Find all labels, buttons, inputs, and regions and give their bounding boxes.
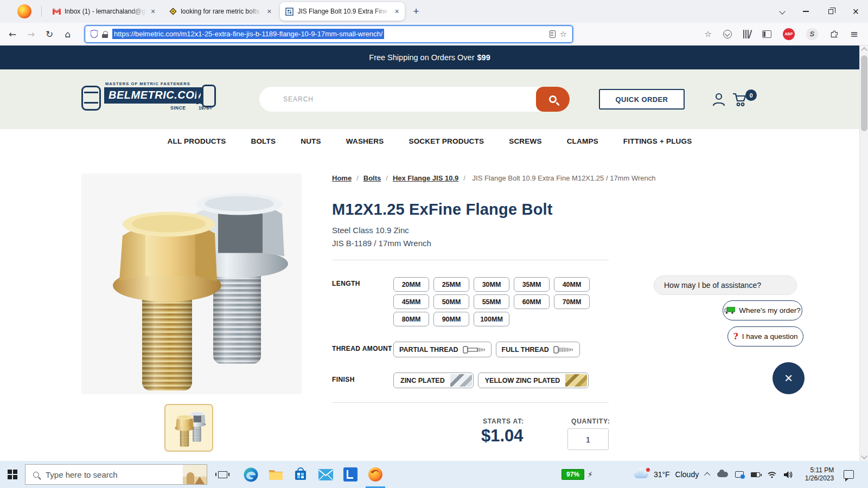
reader-mode-icon[interactable]	[550, 30, 556, 38]
taskbar-mail[interactable]	[313, 461, 338, 488]
tab-close-icon[interactable]	[150, 7, 156, 16]
back-icon[interactable]: ←	[3, 29, 22, 40]
nav-item[interactable]: SCREWS	[509, 137, 541, 145]
save-shortcut-icon[interactable]	[704, 29, 711, 39]
minimize-button[interactable]	[793, 0, 818, 23]
tab-gmail[interactable]: Inbox (1) - lemarchaland@gmai	[47, 2, 161, 21]
tab-close-icon[interactable]	[393, 7, 400, 16]
battery-tray-icon[interactable]	[751, 472, 760, 477]
length-option[interactable]: 80MM	[393, 312, 429, 326]
nav-item[interactable]: FITTINGS + PLUGS	[623, 137, 692, 145]
library-icon[interactable]	[743, 30, 751, 38]
chat-order-button[interactable]: Where's my order?	[723, 300, 802, 320]
search-input[interactable]	[283, 95, 500, 103]
length-option[interactable]: 70MM	[554, 294, 590, 309]
url-text[interactable]: https://belmetric.com/m12x1-25-extra-fin…	[112, 29, 384, 39]
extensions-puzzle-icon[interactable]	[829, 29, 839, 38]
chat-close-button[interactable]	[773, 362, 805, 394]
taskbar-clock[interactable]: 5:11 PM 1/26/2023	[800, 466, 834, 483]
nav-item[interactable]: SOCKET PRODUCTS	[409, 137, 484, 145]
length-option[interactable]: 30MM	[474, 277, 509, 292]
sidebar-icon[interactable]	[762, 30, 771, 38]
weather-temp[interactable]: 31°F	[654, 470, 670, 479]
taskbar-store[interactable]	[288, 461, 313, 488]
scrollbar-thumb[interactable]	[861, 55, 867, 131]
length-option[interactable]: 60MM	[514, 294, 550, 309]
taskbar-firefox-active[interactable]	[363, 461, 388, 488]
length-option[interactable]: 25MM	[433, 277, 469, 292]
length-option[interactable]: 45MM	[393, 294, 429, 309]
tray-expand-icon[interactable]	[704, 472, 710, 478]
taskbar-l-app[interactable]	[338, 461, 363, 488]
breadcrumb-link[interactable]: Bolts	[363, 174, 381, 182]
length-option[interactable]: 40MM	[554, 277, 590, 292]
onedrive-icon[interactable]	[717, 472, 728, 477]
reload-icon[interactable]: ↻	[40, 29, 59, 40]
home-icon[interactable]: ⌂	[59, 29, 77, 40]
quick-order-button[interactable]: QUICK ORDER	[599, 89, 685, 110]
menu-icon[interactable]	[850, 28, 858, 40]
start-button[interactable]	[8, 470, 17, 479]
display-tray-icon[interactable]	[735, 471, 744, 478]
search-highlight-image[interactable]	[183, 465, 207, 484]
close-button[interactable]	[843, 0, 868, 23]
url-bar[interactable]: https://belmetric.com/m12x1-25-extra-fin…	[85, 25, 573, 43]
weather-icon[interactable]	[634, 471, 648, 478]
firefox-view-icon[interactable]	[17, 4, 31, 18]
search-button[interactable]	[536, 87, 570, 112]
adblock-icon[interactable]: ABP	[783, 28, 795, 40]
window-controls	[793, 0, 868, 23]
bookmark-star-icon[interactable]	[560, 29, 567, 39]
pocket-icon[interactable]	[723, 30, 732, 38]
s-extension-icon[interactable]: S	[806, 28, 818, 40]
tab-close-icon[interactable]	[266, 7, 272, 16]
site-logo[interactable]: MASTERS OF METRIC FASTENERS BELMETRIC.CO…	[81, 81, 217, 116]
length-option[interactable]: 20MM	[393, 277, 429, 292]
action-center-icon[interactable]	[844, 470, 854, 479]
speaker-icon[interactable]	[784, 471, 793, 479]
full-thread-option[interactable]: FULL THREAD	[496, 342, 580, 357]
taskbar-search[interactable]: Type here to search	[25, 464, 207, 485]
nav-item[interactable]: CLAMPS	[567, 137, 598, 145]
taskbar-edge[interactable]	[238, 461, 263, 488]
quantity-input[interactable]	[567, 428, 609, 450]
taskbar-file-explorer[interactable]	[263, 461, 288, 488]
lock-icon[interactable]	[102, 31, 108, 38]
length-option[interactable]: 90MM	[433, 312, 469, 326]
breadcrumb-link[interactable]: Home	[332, 174, 352, 182]
nav-item[interactable]: ALL PRODUCTS	[168, 137, 226, 145]
task-view-icon[interactable]	[218, 471, 227, 478]
length-option[interactable]: 100MM	[474, 312, 509, 326]
nav-item[interactable]: WASHERS	[346, 137, 384, 145]
shield-icon[interactable]	[91, 30, 98, 38]
nav-item[interactable]: BOLTS	[251, 137, 276, 145]
nav-item[interactable]: NUTS	[301, 137, 321, 145]
list-all-tabs-icon[interactable]	[780, 9, 786, 14]
new-tab-icon[interactable]	[408, 5, 425, 17]
yellow-zinc-plated-option[interactable]: YELLOW ZINC PLATED	[478, 373, 589, 388]
weather-condition[interactable]: Cloudy	[675, 470, 699, 479]
chat-question-button[interactable]: I have a question	[727, 326, 803, 346]
belmetric-favicon	[285, 8, 293, 16]
cart-count-badge[interactable]: 0	[745, 89, 757, 101]
product-thumbnail[interactable]	[164, 404, 213, 452]
battery-widget[interactable]: 97%	[561, 469, 584, 480]
length-option[interactable]: 55MM	[474, 294, 509, 309]
zinc-plated-option[interactable]: ZINC PLATED	[393, 373, 474, 388]
clock-date: 1/26/2023	[805, 474, 834, 482]
product-image[interactable]	[81, 174, 302, 394]
tab-forum[interactable]: looking for rare metric bolts - Tr	[164, 2, 277, 21]
truck-icon	[724, 307, 735, 314]
account-icon[interactable]	[712, 92, 726, 106]
scroll-up-icon[interactable]	[861, 47, 867, 53]
scroll-down-icon[interactable]	[861, 453, 867, 459]
page-scrollbar[interactable]	[859, 46, 868, 461]
wifi-icon[interactable]	[767, 471, 777, 478]
maximize-button[interactable]	[818, 0, 843, 23]
length-option[interactable]: 35MM	[514, 277, 550, 292]
length-option[interactable]: 50MM	[433, 294, 469, 309]
forward-icon[interactable]: →	[22, 29, 40, 40]
breadcrumb-link[interactable]: Hex Flange JIS 10.9	[393, 174, 458, 182]
partial-thread-option[interactable]: PARTIAL THREAD	[393, 342, 492, 357]
tab-belmetric-active[interactable]: JIS Flange Bolt 10.9 Extra Fine M	[280, 2, 404, 21]
